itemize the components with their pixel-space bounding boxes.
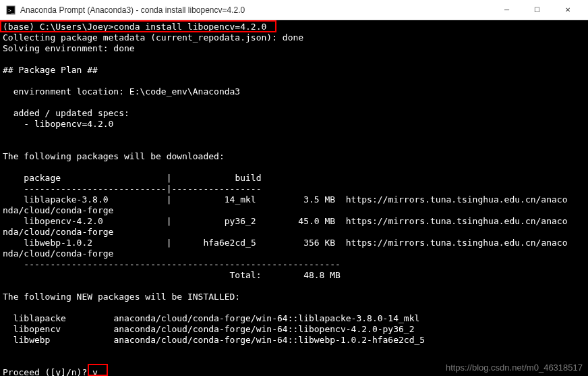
install-2-spec: anaconda/cloud/conda-forge/win-64::libwe… xyxy=(113,335,425,345)
input-highlight xyxy=(88,364,108,376)
install-2-name: libwebp xyxy=(3,335,50,345)
app-icon: >_ xyxy=(5,5,16,16)
pkg-1-build: py36_2 xyxy=(225,216,256,226)
plan-header: ## Package Plan ## xyxy=(3,65,98,75)
download-header: The following packages will be downloade… xyxy=(3,151,225,161)
added-specs-header: added / updated specs: xyxy=(3,108,129,118)
channel-2: nda/cloud/conda-forge xyxy=(3,248,113,259)
minimize-button[interactable]: ─ xyxy=(492,0,522,20)
install-0-spec: anaconda/cloud/conda-forge/win-64::libla… xyxy=(113,313,419,323)
watermark: https://blog.csdn.net/m0_46318517 xyxy=(446,362,583,373)
maximize-button[interactable]: ☐ xyxy=(522,0,552,20)
svg-text:>_: >_ xyxy=(8,7,15,14)
env-location: environment location: E:\code_env\Anacon… xyxy=(3,86,240,97)
pkg-0-name: liblapacke-3.8.0 xyxy=(3,194,109,205)
install-header: The following NEW packages will be INSTA… xyxy=(3,292,240,302)
pkg-2-name: libwebp-1.0.2 xyxy=(3,238,92,248)
window-controls: ─ ☐ ✕ xyxy=(492,0,583,20)
terminal-content[interactable]: (base) C:\Users\Joey>conda install libop… xyxy=(0,20,588,376)
close-button[interactable]: ✕ xyxy=(552,0,583,20)
pkg-0-size: 3.5 MB xyxy=(303,194,335,205)
added-specs: - libopencv=4.2.0 xyxy=(3,119,113,129)
pkg-2-url: https://mirrors.tuna.tsinghua.edu.cn/ana… xyxy=(346,238,568,248)
col-build: build xyxy=(235,173,261,183)
col-package: package xyxy=(3,173,61,183)
solving-line: Solving environment: done xyxy=(3,43,135,53)
pkg-1-name: libopencv-4.2.0 xyxy=(3,216,103,226)
install-1-name: libopencv xyxy=(3,324,61,334)
install-0-name: liblapacke xyxy=(3,313,66,323)
pkg-2-build: hfa6e2cd_5 xyxy=(203,238,256,248)
pkg-0-url: https://mirrors.tuna.tsinghua.edu.cn/ana… xyxy=(346,194,568,205)
install-1-spec: anaconda/cloud/conda-forge/win-64::libop… xyxy=(113,324,414,334)
collecting-line: Collecting package metadata (current_rep… xyxy=(3,32,303,43)
pkg-2-size: 356 KB xyxy=(303,238,335,248)
window-title: Anaconda Prompt (Anaconda3) - conda inst… xyxy=(20,5,492,15)
proceed-prompt: Proceed ([y]/n)? xyxy=(3,367,87,376)
channel-1: nda/cloud/conda-forge xyxy=(3,227,113,237)
pkg-0-build: 14_mkl xyxy=(225,194,256,205)
pkg-1-url: https://mirrors.tuna.tsinghua.edu.cn/ana… xyxy=(346,216,568,226)
command-highlight xyxy=(0,20,276,32)
pkg-1-size: 45.0 MB xyxy=(298,216,335,226)
total-label: Total: xyxy=(230,270,262,280)
total-size: 48.8 MB xyxy=(303,270,341,280)
channel-0: nda/cloud/conda-forge xyxy=(3,205,113,215)
title-bar: >_ Anaconda Prompt (Anaconda3) - conda i… xyxy=(0,0,588,20)
